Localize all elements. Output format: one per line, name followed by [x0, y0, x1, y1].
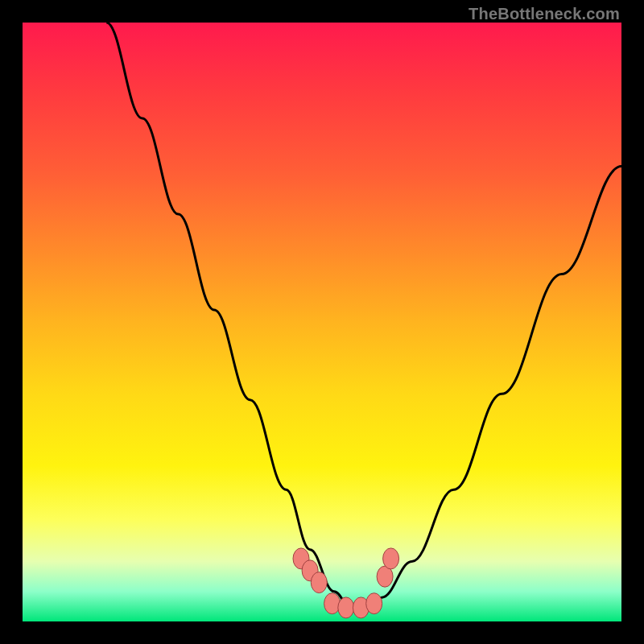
bottleneck-chart-svg [23, 23, 621, 621]
curve-marker [324, 593, 341, 614]
curve-marker [311, 572, 327, 593]
marker-group [293, 548, 399, 618]
bottleneck-curve [106, 23, 621, 609]
curve-marker [383, 548, 399, 569]
gradient-plot-area [23, 23, 621, 621]
chart-frame: TheBottleneck.com [0, 0, 644, 644]
curve-marker [338, 597, 354, 618]
curve-marker [366, 593, 382, 614]
watermark-text: TheBottleneck.com [469, 5, 620, 23]
